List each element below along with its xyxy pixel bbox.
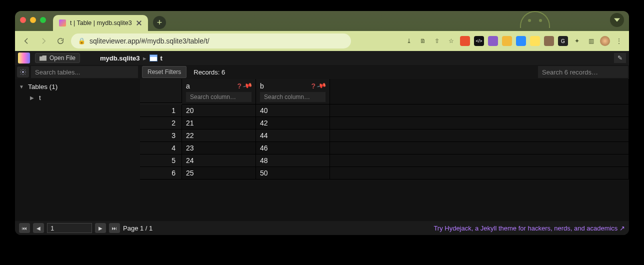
profile-avatar[interactable] xyxy=(600,36,610,46)
column-header[interactable]: a ? 📌 xyxy=(182,79,256,104)
app-header: Open File mydb.sqlite3 ▸ t ✎ xyxy=(15,51,629,65)
breadcrumb-table[interactable]: t xyxy=(160,54,162,62)
column-name: b xyxy=(260,82,264,90)
data-cell[interactable]: 46 xyxy=(256,142,330,154)
grid-spacer xyxy=(330,79,629,104)
extension-icon[interactable] xyxy=(502,36,512,46)
extension-icon[interactable] xyxy=(488,36,498,46)
reload-button[interactable] xyxy=(54,34,67,48)
app-logo-icon xyxy=(18,52,30,64)
search-tables-input[interactable] xyxy=(31,66,138,78)
data-cell[interactable]: 44 xyxy=(256,130,330,142)
browser-tab[interactable]: t | Table | mydb.sqlite3 xyxy=(53,15,148,31)
settings-button[interactable] xyxy=(17,66,29,78)
data-cell[interactable]: 20 xyxy=(182,104,256,117)
minimize-window-button[interactable] xyxy=(30,17,36,23)
row-number-cell: 1 xyxy=(140,104,182,117)
reset-filters-button[interactable]: Reset Filters xyxy=(142,66,186,78)
data-cell[interactable]: 42 xyxy=(256,117,330,130)
browser-toolbar: 🔒 sqliteviewer.app/#/mydb.sqlite3/table/… xyxy=(15,31,629,51)
type-unknown-icon[interactable]: ? xyxy=(237,82,242,90)
open-file-button[interactable]: Open File xyxy=(35,53,80,63)
tab-favicon xyxy=(59,20,66,26)
data-grid: a ? 📌 b ? 📌 120402214232 xyxy=(140,79,629,221)
type-unknown-icon[interactable]: ? xyxy=(311,82,316,90)
next-page-button[interactable]: ▶ xyxy=(95,223,106,233)
chevron-right-icon: ▶ xyxy=(30,95,35,100)
table-row[interactable]: 22142 xyxy=(140,117,629,130)
grid-spacer xyxy=(330,154,629,167)
close-window-button[interactable] xyxy=(20,17,26,23)
lock-icon: 🔒 xyxy=(78,38,86,44)
grid-spacer xyxy=(330,117,629,130)
table-row[interactable]: 42346 xyxy=(140,142,629,154)
forward-button[interactable] xyxy=(37,34,50,48)
sqlite-viewer-app: Open File mydb.sqlite3 ▸ t ✎ Reset Fi xyxy=(15,51,629,235)
grid-spacer xyxy=(330,130,629,142)
column-search-input[interactable] xyxy=(186,92,252,102)
sidebar-item-table[interactable]: ▶ t xyxy=(15,92,140,103)
browser-menu-icon[interactable]: ⋮ xyxy=(614,36,624,46)
theme-decoration xyxy=(171,11,610,31)
side-panel-icon[interactable]: ▥ xyxy=(586,36,596,46)
extension-icon[interactable] xyxy=(516,36,526,46)
extension-icon[interactable] xyxy=(460,36,470,46)
breadcrumb-db[interactable]: mydb.sqlite3 xyxy=(100,54,140,62)
record-count: Records: 6 xyxy=(194,68,225,76)
data-cell[interactable]: 21 xyxy=(182,117,256,130)
row-number-cell: 3 xyxy=(140,130,182,142)
new-tab-button[interactable]: + xyxy=(153,16,166,29)
url-text: sqliteviewer.app/#/mydb.sqlite3/table/t/ xyxy=(90,37,210,45)
chevron-right-icon: ▸ xyxy=(143,54,146,62)
page-icon[interactable]: 🗎 xyxy=(418,36,428,46)
table-icon xyxy=(150,54,158,62)
last-page-button[interactable]: ⏭ xyxy=(109,223,120,233)
back-button[interactable] xyxy=(20,34,33,48)
row-number-header xyxy=(140,79,182,103)
prev-page-button[interactable]: ◀ xyxy=(33,223,44,233)
maximize-window-button[interactable] xyxy=(40,17,46,23)
data-cell[interactable]: 50 xyxy=(256,167,330,180)
extension-icon[interactable] xyxy=(530,36,540,46)
table-row[interactable]: 62550 xyxy=(140,167,629,180)
data-cell[interactable]: 25 xyxy=(182,167,256,180)
tab-overflow-button[interactable] xyxy=(610,13,624,27)
data-cell[interactable]: 24 xyxy=(182,154,256,167)
data-cell[interactable]: 23 xyxy=(182,142,256,154)
chevron-down-icon: ▼ xyxy=(19,84,24,90)
grid-empty-area xyxy=(140,180,629,221)
first-page-button[interactable]: ⏮ xyxy=(19,223,30,233)
extension-icon[interactable]: </> xyxy=(474,36,484,46)
data-cell[interactable]: 40 xyxy=(256,104,330,117)
data-cell[interactable]: 48 xyxy=(256,154,330,167)
address-bar[interactable]: 🔒 sqliteviewer.app/#/mydb.sqlite3/table/… xyxy=(71,34,351,48)
sidebar-item-label: t xyxy=(39,94,41,102)
pin-icon[interactable]: 📌 xyxy=(242,80,252,91)
column-header[interactable]: b ? 📌 xyxy=(256,79,330,104)
app-subheader: Reset Filters Records: 6 xyxy=(15,65,629,79)
pin-icon[interactable]: 📌 xyxy=(316,80,326,91)
extension-icon[interactable] xyxy=(544,36,554,46)
row-number-cell: 5 xyxy=(140,154,182,167)
close-tab-icon[interactable] xyxy=(136,20,142,26)
bookmark-icon[interactable]: ☆ xyxy=(446,36,456,46)
edit-button[interactable]: ✎ xyxy=(614,53,626,63)
column-search-input[interactable] xyxy=(260,92,326,102)
install-app-icon[interactable]: ⤓ xyxy=(404,36,414,46)
tables-header[interactable]: ▼ Tables (1) xyxy=(15,81,140,92)
search-records-input[interactable] xyxy=(538,66,628,78)
table-row[interactable]: 12040 xyxy=(140,104,629,117)
extension-icon[interactable]: G xyxy=(558,36,568,46)
tables-header-label: Tables (1) xyxy=(28,83,58,90)
folder-icon xyxy=(40,56,46,61)
page-input[interactable] xyxy=(47,223,92,233)
row-number-cell: 6 xyxy=(140,167,182,180)
data-cell[interactable]: 22 xyxy=(182,130,256,142)
share-icon[interactable]: ⇧ xyxy=(432,36,442,46)
table-row[interactable]: 52448 xyxy=(140,154,629,167)
row-number-cell: 4 xyxy=(140,142,182,154)
promo-link[interactable]: Try Hydejack, a Jekyll theme for hackers… xyxy=(434,224,625,232)
app-footer: ⏮ ◀ ▶ ⏭ Page 1 / 1 Try Hydejack, a Jekyl… xyxy=(15,221,629,235)
extensions-menu-icon[interactable]: ✦ xyxy=(572,36,582,46)
table-row[interactable]: 32244 xyxy=(140,130,629,142)
